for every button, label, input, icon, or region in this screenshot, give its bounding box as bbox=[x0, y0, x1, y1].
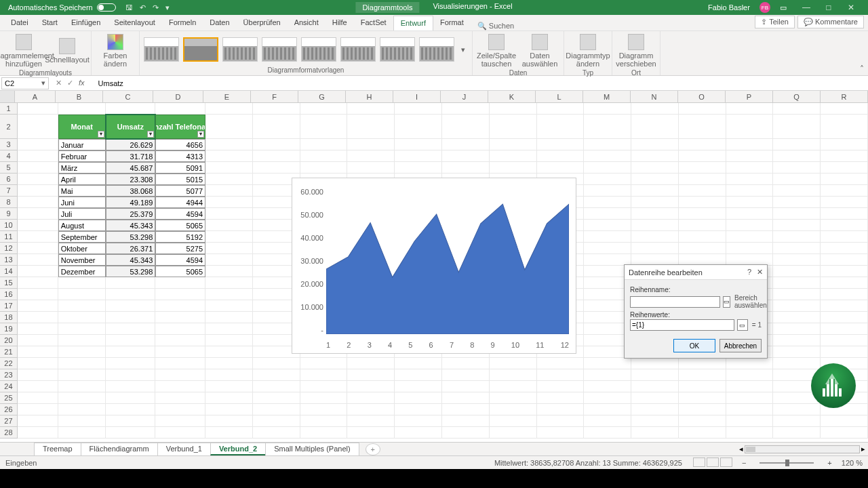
empty-cell[interactable] bbox=[106, 277, 156, 289]
empty-cell[interactable] bbox=[631, 369, 679, 381]
empty-cell[interactable] bbox=[821, 103, 868, 115]
undo-icon[interactable]: ↶ bbox=[140, 3, 146, 12]
move-chart-button[interactable]: Diagramm verschieben bbox=[616, 34, 656, 68]
table-cell[interactable]: 49.189 bbox=[106, 197, 156, 208]
empty-cell[interactable] bbox=[205, 231, 253, 243]
empty-cell[interactable] bbox=[106, 300, 156, 312]
empty-cell[interactable] bbox=[773, 231, 821, 243]
column-header[interactable]: P bbox=[726, 91, 773, 102]
row-header[interactable]: 10 bbox=[0, 220, 18, 231]
empty-cell[interactable] bbox=[679, 231, 726, 243]
empty-cell[interactable] bbox=[773, 197, 821, 208]
empty-cell[interactable] bbox=[395, 139, 442, 150]
formula-input[interactable]: Umsatz bbox=[96, 79, 868, 87]
empty-cell[interactable] bbox=[773, 220, 821, 231]
ribbon-tab-ansicht[interactable]: Ansicht bbox=[288, 16, 326, 30]
table-cell[interactable]: Januar bbox=[58, 139, 106, 150]
empty-cell[interactable] bbox=[442, 162, 490, 174]
empty-cell[interactable] bbox=[490, 369, 537, 381]
collapse-ribbon-icon[interactable]: ˄ bbox=[856, 63, 868, 75]
empty-cell[interactable] bbox=[726, 115, 774, 139]
empty-cell[interactable] bbox=[18, 231, 58, 243]
empty-cell[interactable] bbox=[18, 220, 58, 231]
empty-cell[interactable] bbox=[679, 115, 726, 139]
empty-cell[interactable] bbox=[300, 369, 348, 381]
empty-cell[interactable] bbox=[584, 243, 631, 254]
empty-cell[interactable] bbox=[821, 162, 868, 174]
empty-cell[interactable] bbox=[253, 369, 300, 381]
comments-button[interactable]: 💬 Kommentare bbox=[797, 16, 864, 28]
empty-cell[interactable] bbox=[205, 115, 253, 139]
empty-cell[interactable] bbox=[679, 103, 726, 115]
share-button[interactable]: ⇪ Teilen bbox=[755, 16, 795, 28]
empty-cell[interactable] bbox=[631, 358, 679, 369]
empty-cell[interactable] bbox=[679, 139, 726, 150]
empty-cell[interactable] bbox=[300, 381, 348, 392]
empty-cell[interactable] bbox=[347, 392, 395, 404]
empty-cell[interactable] bbox=[253, 115, 300, 139]
empty-cell[interactable] bbox=[205, 208, 253, 220]
row-header[interactable]: 28 bbox=[0, 427, 18, 439]
table-cell[interactable]: 5015 bbox=[155, 174, 205, 185]
empty-cell[interactable] bbox=[18, 289, 58, 300]
empty-cell[interactable] bbox=[155, 415, 205, 427]
empty-cell[interactable] bbox=[106, 369, 156, 381]
empty-cell[interactable] bbox=[537, 404, 585, 415]
empty-cell[interactable] bbox=[442, 369, 490, 381]
empty-cell[interactable] bbox=[679, 392, 726, 404]
column-header[interactable]: R bbox=[821, 91, 868, 102]
autosave-toggle[interactable]: Automatisches Speichern bbox=[8, 3, 116, 12]
empty-cell[interactable] bbox=[205, 404, 253, 415]
empty-cell[interactable] bbox=[726, 415, 774, 427]
empty-cell[interactable] bbox=[490, 150, 537, 162]
empty-cell[interactable] bbox=[584, 220, 631, 231]
table-cell[interactable]: 4594 bbox=[155, 254, 205, 266]
table-cell[interactable]: 45.687 bbox=[106, 162, 156, 174]
empty-cell[interactable] bbox=[18, 404, 58, 415]
empty-cell[interactable] bbox=[300, 162, 348, 174]
range-picker-icon[interactable]: ▭ bbox=[737, 319, 748, 331]
empty-cell[interactable] bbox=[490, 415, 537, 427]
empty-cell[interactable] bbox=[773, 139, 821, 150]
ok-button[interactable]: OK bbox=[673, 339, 715, 352]
table-header[interactable]: Umsatz▾ bbox=[106, 115, 156, 139]
row-header[interactable]: 19 bbox=[0, 323, 18, 335]
empty-cell[interactable] bbox=[773, 312, 821, 323]
empty-cell[interactable] bbox=[726, 197, 774, 208]
empty-cell[interactable] bbox=[584, 358, 631, 369]
empty-cell[interactable] bbox=[347, 404, 395, 415]
empty-cell[interactable] bbox=[205, 220, 253, 231]
column-header[interactable]: G bbox=[298, 91, 346, 102]
empty-cell[interactable] bbox=[726, 392, 774, 404]
empty-cell[interactable] bbox=[631, 197, 679, 208]
empty-cell[interactable] bbox=[205, 381, 253, 392]
table-cell[interactable]: 4594 bbox=[155, 208, 205, 220]
empty-cell[interactable] bbox=[58, 415, 106, 427]
empty-cell[interactable] bbox=[18, 312, 58, 323]
table-cell[interactable]: 26.371 bbox=[106, 243, 156, 254]
empty-cell[interactable] bbox=[726, 139, 774, 150]
empty-cell[interactable] bbox=[155, 404, 205, 415]
column-header[interactable]: H bbox=[346, 91, 393, 102]
maximize-button[interactable]: □ bbox=[818, 3, 839, 12]
empty-cell[interactable] bbox=[490, 404, 537, 415]
quick-layout-button[interactable]: Schnelllayout bbox=[47, 38, 87, 64]
empty-cell[interactable] bbox=[537, 162, 585, 174]
empty-cell[interactable] bbox=[205, 289, 253, 300]
empty-cell[interactable] bbox=[347, 369, 395, 381]
close-button[interactable]: ✕ bbox=[841, 3, 861, 12]
table-cell[interactable]: 45.343 bbox=[106, 254, 156, 266]
series-name-input[interactable] bbox=[630, 296, 720, 308]
empty-cell[interactable] bbox=[631, 150, 679, 162]
empty-cell[interactable] bbox=[18, 300, 58, 312]
empty-cell[interactable] bbox=[631, 174, 679, 185]
empty-cell[interactable] bbox=[205, 427, 253, 439]
empty-cell[interactable] bbox=[821, 300, 868, 312]
empty-cell[interactable] bbox=[584, 231, 631, 243]
table-cell[interactable]: Juni bbox=[58, 197, 106, 208]
empty-cell[interactable] bbox=[821, 277, 868, 289]
empty-cell[interactable] bbox=[490, 427, 537, 439]
empty-cell[interactable] bbox=[773, 243, 821, 254]
row-header[interactable]: 17 bbox=[0, 300, 18, 312]
empty-cell[interactable] bbox=[347, 427, 395, 439]
